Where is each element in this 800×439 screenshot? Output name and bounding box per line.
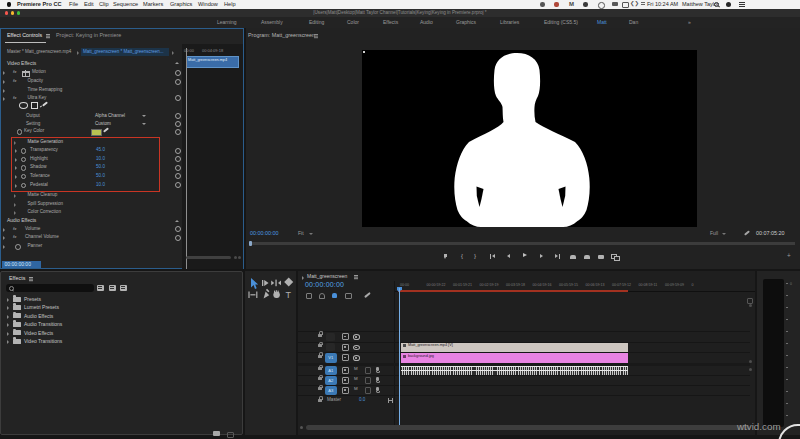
svg-text:T: T [286, 290, 292, 300]
